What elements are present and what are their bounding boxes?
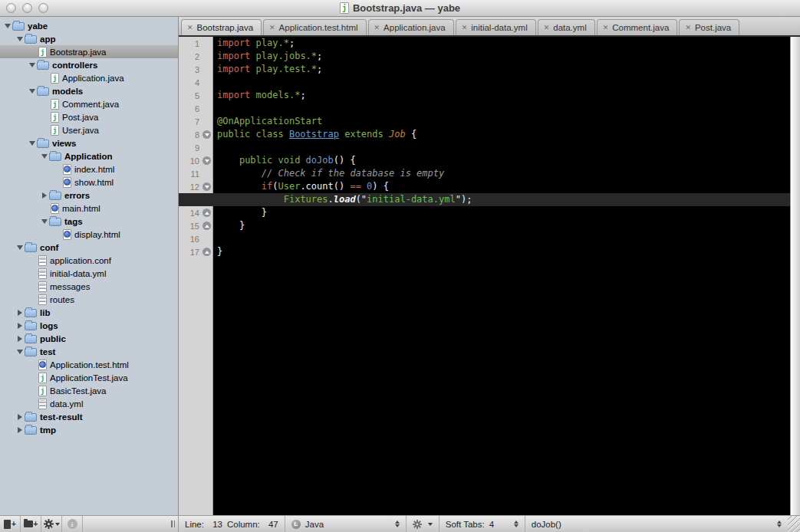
code-line[interactable]: import play.jobs.*; — [214, 50, 790, 63]
code-line[interactable]: } — [214, 219, 790, 232]
language-selector[interactable]: L Java — [285, 516, 407, 532]
code-line[interactable]: public void doJob() { — [214, 154, 790, 167]
tree-item-conf[interactable]: conf — [0, 241, 178, 254]
disclosure-triangle-expanded-icon[interactable] — [28, 63, 37, 67]
tree-item-application-java[interactable]: jApplication.java — [0, 71, 178, 84]
close-tab-icon[interactable]: ✕ — [544, 25, 550, 31]
zoom-button[interactable] — [38, 3, 48, 13]
tree-item-show-html[interactable]: show.html — [0, 176, 178, 189]
tab-application-java[interactable]: ✕Application.java — [368, 19, 454, 35]
code-line[interactable]: } — [214, 206, 790, 219]
tree-item-messages[interactable]: messages — [0, 280, 178, 293]
tab-initial-data-yml[interactable]: ✕initial-data.yml — [456, 19, 536, 35]
fold-end-icon[interactable] — [202, 209, 211, 217]
code-area[interactable]: import play.*;import play.jobs.*;import … — [214, 37, 790, 515]
bundle-actions-popup[interactable] — [407, 516, 440, 532]
tab-bootstrap-java[interactable]: ✕Bootstrap.java — [181, 19, 262, 35]
tree-item-tags[interactable]: tags — [0, 215, 178, 228]
tree-item-data-yml[interactable]: data.yml — [0, 397, 178, 410]
symbol-popup[interactable]: doJob() — [525, 516, 788, 532]
tree-item-application-conf[interactable]: application.conf — [0, 254, 178, 267]
tree-item-yabe[interactable]: yabe — [0, 19, 178, 32]
close-button[interactable] — [6, 3, 16, 13]
tree-item-tmp[interactable]: tmp — [0, 423, 178, 436]
code-line[interactable]: import play.test.*; — [214, 63, 790, 76]
fold-start-icon[interactable] — [202, 182, 211, 191]
tree-item-views[interactable]: views — [0, 136, 178, 149]
close-tab-icon[interactable]: ✕ — [603, 25, 609, 31]
drawer-resize-handle[interactable] — [171, 516, 178, 532]
close-tab-icon[interactable]: ✕ — [187, 25, 193, 31]
tree-item-logs[interactable]: logs — [0, 319, 178, 332]
disclosure-triangle-collapsed-icon[interactable] — [15, 414, 25, 420]
drawer-actions-button[interactable] — [41, 516, 62, 532]
tree-item-display-html[interactable]: display.html — [0, 228, 178, 241]
tree-item-user-java[interactable]: jUser.java — [0, 123, 178, 136]
tree-item-errors[interactable]: errors — [0, 189, 178, 202]
disclosure-triangle-expanded-icon[interactable] — [40, 154, 49, 159]
soft-tabs-selector[interactable]: Soft Tabs: 4 — [440, 516, 525, 532]
disclosure-triangle-collapsed-icon[interactable] — [15, 323, 25, 329]
minimize-button[interactable] — [22, 3, 32, 13]
tree-item-app[interactable]: app — [0, 32, 178, 45]
code-line[interactable]: } — [214, 245, 790, 258]
code-line[interactable]: import models.*; — [214, 89, 790, 102]
title-bar[interactable]: j Bootstrap.java — yabe — [0, 0, 800, 17]
tree-item-bootstrap-java[interactable]: jBootstrap.java — [0, 45, 178, 58]
code-line[interactable]: @OnApplicationStart — [214, 115, 790, 128]
code-line[interactable]: // Check if the database is empty — [214, 167, 790, 180]
tree-item-post-java[interactable]: jPost.java — [0, 110, 178, 123]
tree-item-main-html[interactable]: main.html — [0, 202, 178, 215]
tree-item-test-result[interactable]: test-result — [0, 410, 178, 423]
disclosure-triangle-expanded-icon[interactable] — [15, 350, 25, 354]
code-line[interactable]: if(User.count() == 0) { — [214, 180, 790, 193]
window-resize-grip[interactable] — [788, 516, 800, 532]
close-tab-icon[interactable]: ✕ — [462, 25, 468, 31]
tree-item-applicationtest-java[interactable]: jApplicationTest.java — [0, 371, 178, 384]
tree-item-comment-java[interactable]: jComment.java — [0, 97, 178, 110]
tree-item-controllers[interactable]: controllers — [0, 58, 178, 71]
disclosure-triangle-collapsed-icon[interactable] — [15, 336, 25, 342]
disclosure-triangle-collapsed-icon[interactable] — [15, 310, 25, 316]
tree-item-routes[interactable]: routes — [0, 293, 178, 306]
info-button[interactable]: i — [62, 516, 83, 532]
disclosure-triangle-expanded-icon[interactable] — [28, 141, 37, 146]
fold-start-icon[interactable] — [202, 156, 211, 165]
tree-item-application[interactable]: Application — [0, 149, 178, 163]
disclosure-triangle-expanded-icon[interactable] — [3, 24, 12, 28]
code-line[interactable] — [214, 232, 790, 245]
fold-start-icon[interactable] — [202, 130, 211, 139]
new-folder-button[interactable]: + — [21, 516, 41, 532]
code-line[interactable]: import play.*; — [214, 37, 790, 50]
code-line[interactable] — [214, 76, 790, 89]
tree-item-models[interactable]: models — [0, 84, 178, 97]
fold-end-icon[interactable] — [202, 248, 211, 256]
code-line-current[interactable]: Fixtures.load("initial-data.yml"); — [179, 193, 800, 206]
disclosure-triangle-expanded-icon[interactable] — [15, 37, 25, 41]
disclosure-triangle-collapsed-icon[interactable] — [15, 427, 25, 433]
tree-item-basictest-java[interactable]: jBasicTest.java — [0, 384, 178, 397]
close-tab-icon[interactable]: ✕ — [269, 25, 275, 31]
disclosure-triangle-expanded-icon[interactable] — [15, 245, 25, 250]
editor-scrollbar[interactable] — [790, 37, 800, 515]
tab-post-java[interactable]: ✕Post.java — [679, 19, 739, 35]
tree-item-application-test-html[interactable]: Application.test.html — [0, 358, 178, 371]
code-line[interactable] — [214, 141, 790, 154]
tree-item-test[interactable]: test — [0, 345, 178, 358]
close-tab-icon[interactable]: ✕ — [685, 25, 691, 31]
tree-item-lib[interactable]: lib — [0, 306, 178, 319]
disclosure-triangle-expanded-icon[interactable] — [40, 219, 49, 224]
fold-end-icon[interactable] — [202, 222, 211, 230]
new-file-button[interactable]: + — [0, 516, 21, 532]
close-tab-icon[interactable]: ✕ — [374, 25, 380, 31]
disclosure-triangle-collapsed-icon[interactable] — [40, 192, 49, 199]
tab-data-yml[interactable]: ✕data.yml — [538, 19, 595, 35]
code-line[interactable] — [214, 102, 790, 115]
tab-comment-java[interactable]: ✕Comment.java — [597, 19, 678, 35]
tree-item-index-html[interactable]: index.html — [0, 163, 178, 176]
tree-item-initial-data-yml[interactable]: initial-data.yml — [0, 267, 178, 280]
tree-item-public[interactable]: public — [0, 332, 178, 345]
disclosure-triangle-expanded-icon[interactable] — [28, 89, 37, 94]
code-line[interactable]: public class Bootstrap extends Job { — [214, 128, 790, 141]
tab-application-test-html[interactable]: ✕Application.test.html — [263, 19, 366, 35]
